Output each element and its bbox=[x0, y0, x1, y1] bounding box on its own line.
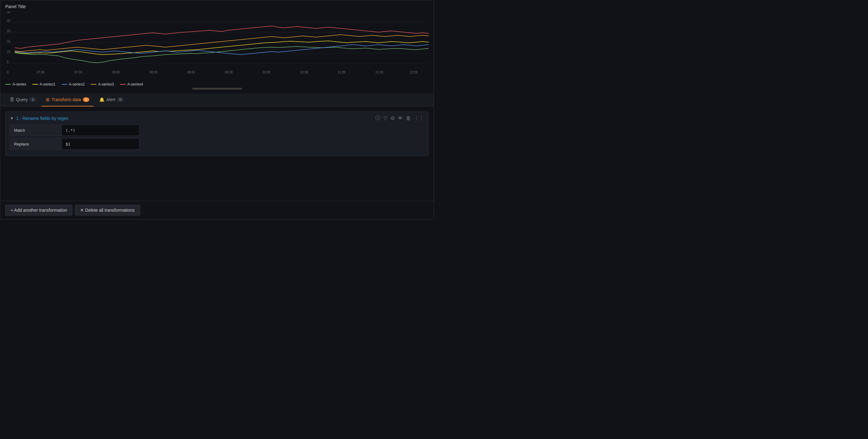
svg-text:11:00: 11:00 bbox=[338, 70, 346, 74]
tab-query-badge: 1 bbox=[30, 97, 36, 102]
svg-text:08:30: 08:30 bbox=[150, 70, 158, 74]
tab-alert[interactable]: 🔔 Alert 0 bbox=[95, 93, 128, 107]
svg-text:08:00: 08:00 bbox=[112, 70, 120, 74]
svg-text:12:00: 12:00 bbox=[410, 70, 418, 74]
chart-area: Panel Title 0 5 10 15 20 25 30 0 bbox=[0, 0, 434, 93]
eye-icon[interactable]: 👁 bbox=[398, 116, 403, 121]
info-icon[interactable]: ⓘ bbox=[375, 115, 380, 121]
transform-fields: Match (.*) Replace $1 bbox=[6, 124, 428, 156]
add-transformation-button[interactable]: + Add another transformation bbox=[5, 205, 72, 215]
svg-text:15: 15 bbox=[7, 40, 10, 43]
legend-label-a-series1: A-series1 bbox=[40, 82, 56, 87]
chart-legend: A-series A-series1 A-series2 A-series3 A… bbox=[5, 82, 429, 87]
tabs-bar: 🗄 Query 1 ⊞ Transform data 1 🔔 Alert 0 bbox=[0, 93, 434, 107]
legend-label-a-series: A-series bbox=[12, 82, 26, 87]
legend-a-series4: A-series4 bbox=[120, 82, 143, 87]
field-row-replace: Replace $1 bbox=[10, 138, 424, 150]
legend-a-series1: A-series1 bbox=[32, 82, 56, 87]
transform-block-1: ▼ 1 - Rename fields by regex ⓘ ▽ ⚙ 👁 🗑 ⋮… bbox=[5, 112, 429, 156]
field-row-match: Match (.*) bbox=[10, 124, 424, 136]
chart-scrollbar-thumb[interactable] bbox=[192, 88, 242, 90]
tab-query[interactable]: 🗄 Query 1 bbox=[5, 93, 40, 107]
svg-text:09:00: 09:00 bbox=[187, 70, 195, 74]
svg-text:25: 25 bbox=[7, 19, 10, 23]
query-icon: 🗄 bbox=[10, 97, 14, 102]
legend-a-series3: A-series3 bbox=[91, 82, 114, 87]
svg-text:07:00: 07:00 bbox=[37, 70, 45, 74]
legend-a-series: A-series bbox=[5, 82, 26, 87]
svg-text:0: 0 bbox=[7, 70, 9, 74]
svg-text:10:30: 10:30 bbox=[300, 70, 308, 74]
transform-actions: ⓘ ▽ ⚙ 👁 🗑 ⋮⋮ bbox=[375, 115, 424, 121]
alert-icon: 🔔 bbox=[99, 97, 104, 102]
replace-label: Replace bbox=[10, 138, 61, 150]
chart-scrollbar-area bbox=[5, 87, 429, 91]
debug-icon[interactable]: ⚙ bbox=[390, 115, 395, 121]
transform-header-left: ▼ 1 - Rename fields by regex bbox=[10, 116, 68, 121]
legend-line-a-series3 bbox=[91, 84, 96, 85]
tab-query-label: Query bbox=[16, 97, 28, 102]
tab-transform[interactable]: ⊞ Transform data 1 bbox=[41, 93, 94, 107]
match-input[interactable]: (.*) bbox=[61, 124, 140, 136]
tab-alert-label: Alert bbox=[106, 97, 116, 102]
legend-line-a-series1 bbox=[32, 84, 38, 85]
panel-title: Panel Title bbox=[5, 4, 429, 9]
panel-container: Panel Title 0 5 10 15 20 25 30 0 bbox=[0, 0, 434, 220]
filter-icon[interactable]: ▽ bbox=[383, 115, 387, 121]
replace-input[interactable]: $1 bbox=[61, 138, 140, 150]
legend-a-series2: A-series2 bbox=[62, 82, 85, 87]
legend-line-a-series4 bbox=[120, 84, 126, 85]
svg-text:10:00: 10:00 bbox=[262, 70, 271, 74]
delete-transformations-button[interactable]: ✕ Delete all transformations bbox=[75, 205, 140, 215]
svg-text:5: 5 bbox=[7, 60, 9, 64]
tab-alert-badge: 0 bbox=[117, 97, 124, 102]
tab-transform-label: Transform data bbox=[52, 97, 81, 102]
transform-title: 1 - Rename fields by regex bbox=[16, 116, 68, 121]
transform-icon: ⊞ bbox=[46, 97, 50, 102]
tab-transform-badge: 1 bbox=[83, 97, 89, 102]
svg-text:10: 10 bbox=[7, 50, 10, 53]
chart-wrapper: 0 5 10 15 20 25 30 07:00 07:30 08:00 08:… bbox=[5, 11, 429, 80]
svg-text:09:30: 09:30 bbox=[225, 70, 233, 74]
legend-label-a-series2: A-series2 bbox=[69, 82, 85, 87]
legend-label-a-series3: A-series3 bbox=[98, 82, 114, 87]
transform-content: ▼ 1 - Rename fields by regex ⓘ ▽ ⚙ 👁 🗑 ⋮… bbox=[0, 107, 434, 201]
chart-svg: 0 5 10 15 20 25 30 07:00 07:30 08:00 08:… bbox=[5, 11, 429, 74]
match-label: Match bbox=[10, 124, 61, 136]
svg-text:11:30: 11:30 bbox=[375, 70, 383, 74]
delete-icon[interactable]: 🗑 bbox=[406, 116, 411, 121]
legend-line-a-series bbox=[5, 84, 11, 85]
drag-icon[interactable]: ⋮⋮ bbox=[414, 115, 424, 121]
svg-text:20: 20 bbox=[7, 29, 10, 33]
svg-text:30: 30 bbox=[7, 11, 10, 14]
legend-label-a-series4: A-series4 bbox=[127, 82, 143, 87]
bottom-bar: + Add another transformation ✕ Delete al… bbox=[0, 201, 434, 219]
chevron-down-icon[interactable]: ▼ bbox=[10, 116, 14, 120]
transform-header: ▼ 1 - Rename fields by regex ⓘ ▽ ⚙ 👁 🗑 ⋮… bbox=[6, 112, 428, 124]
legend-line-a-series2 bbox=[62, 84, 67, 85]
svg-text:07:30: 07:30 bbox=[74, 70, 82, 74]
